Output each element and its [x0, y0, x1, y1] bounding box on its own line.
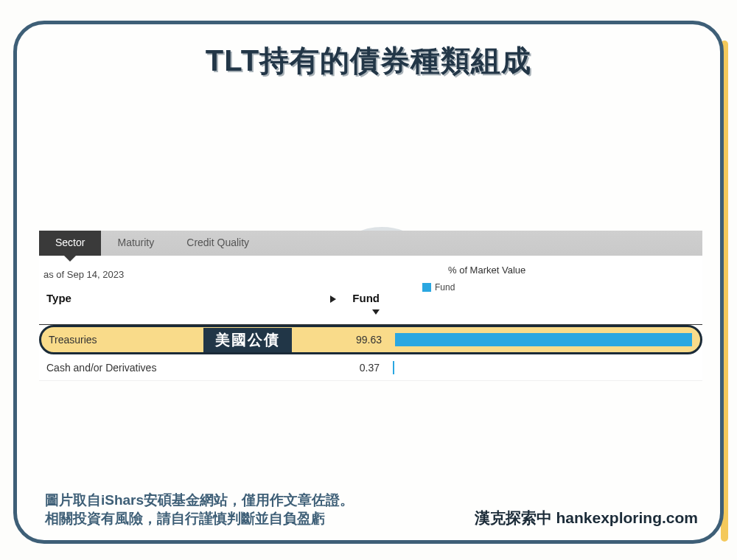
header-fund[interactable]: Fund [326, 292, 393, 317]
bar-cell [395, 333, 693, 346]
disclaimer: 圖片取自iShars安碩基金網站，僅用作文章佐證。 相關投資有風險，請自行謹慎判… [45, 491, 354, 528]
as-of-date: as of Sep 14, 2023 [43, 269, 702, 280]
sort-desc-icon [372, 309, 380, 315]
tab-maturity[interactable]: Maturity [101, 231, 170, 256]
table-row: Treasuries 美國公債 99.63 [39, 325, 702, 354]
legend-swatch-icon [422, 283, 431, 292]
annotation-badge: 美國公債 [203, 328, 292, 352]
main-frame: TLT持有的債券種類組成 HE Sector Maturity Credit Q… [13, 21, 724, 544]
disclaimer-line2: 相關投資有風險，請自行謹慎判斷並自負盈虧 [45, 509, 354, 528]
table-header: Type Fund [39, 287, 702, 325]
footer: 圖片取自iShars安碩基金網站，僅用作文章佐證。 相關投資有風險，請自行謹慎判… [45, 491, 698, 528]
disclaimer-line1: 圖片取自iShars安碩基金網站，僅用作文章佐證。 [45, 491, 354, 510]
table-row: Cash and/or Derivatives 0.37 [39, 354, 702, 381]
cell-value: 99.63 [329, 334, 395, 346]
legend-label: Fund [435, 282, 455, 293]
cell-value: 0.37 [326, 362, 393, 374]
tab-bar: Sector Maturity Credit Quality [39, 231, 702, 256]
tab-sector[interactable]: Sector [39, 231, 101, 256]
cell-type: Cash and/or Derivatives [46, 362, 326, 374]
page-title: TLT持有的債券種類組成 [17, 41, 720, 81]
legend: Fund [422, 282, 455, 293]
header-type[interactable]: Type [46, 292, 326, 317]
bar-cell [393, 361, 695, 374]
chart-title: % of Market Value [448, 265, 525, 276]
tab-credit-quality[interactable]: Credit Quality [170, 231, 265, 256]
play-icon [330, 295, 336, 303]
bar-treasuries [395, 333, 692, 346]
bar-cash [393, 361, 394, 374]
holdings-panel: Sector Maturity Credit Quality as of Sep… [39, 231, 702, 381]
credit: 漢克探索中 hankexploring.com [475, 508, 698, 528]
